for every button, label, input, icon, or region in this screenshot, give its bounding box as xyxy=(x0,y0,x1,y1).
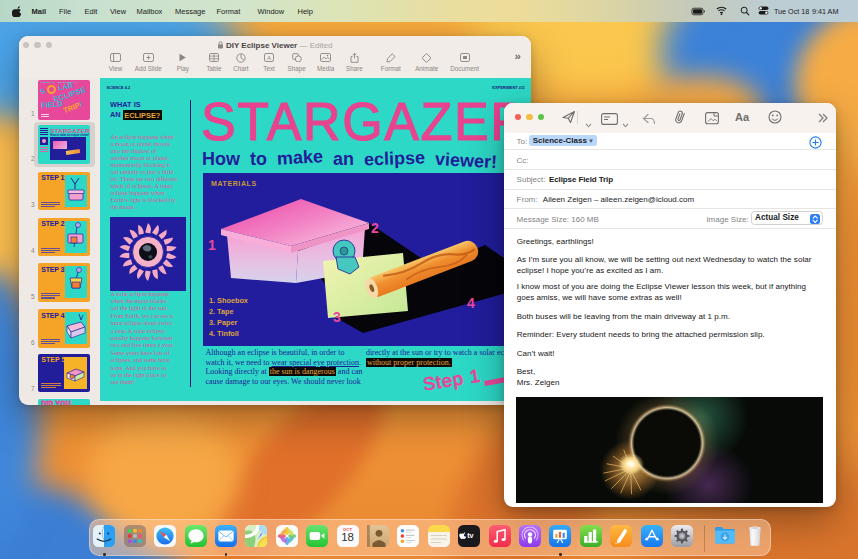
svg-text:1: 1 xyxy=(208,237,216,253)
svg-text:3: 3 xyxy=(333,309,341,325)
svg-text:4: 4 xyxy=(467,295,475,311)
svg-text:A: A xyxy=(267,55,271,61)
svg-text:tv: tv xyxy=(467,531,473,540)
svg-text:2: 2 xyxy=(371,220,379,236)
